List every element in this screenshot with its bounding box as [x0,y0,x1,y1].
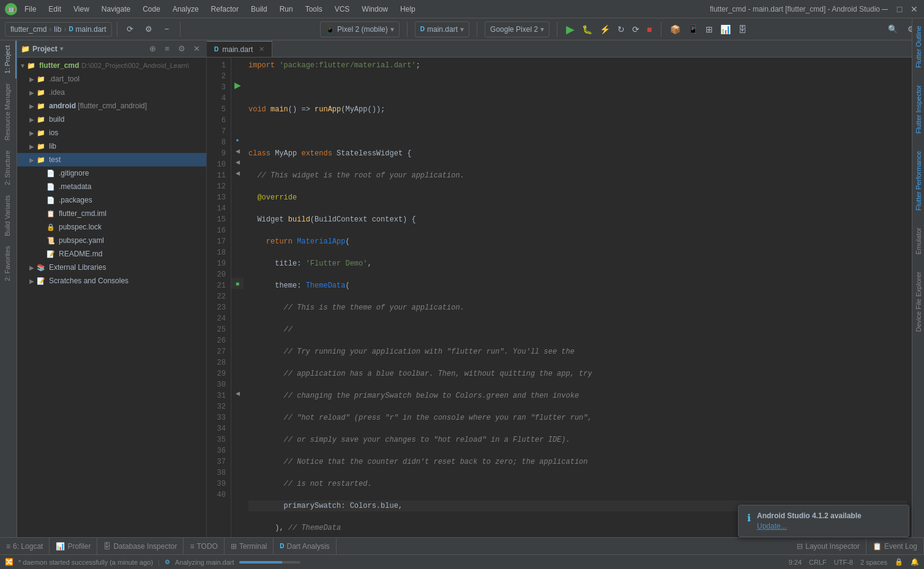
bottom-tab-layout-inspector[interactable]: ⊟ Layout Inspector [791,538,866,555]
menu-file[interactable]: File [22,4,39,15]
search-everywhere-button[interactable]: 🔍 [885,21,901,37]
layout-inspector-button[interactable]: ⊞ [706,24,713,34]
bottom-tab-terminal[interactable]: ⊞ Terminal [225,538,274,555]
tree-item-ios[interactable]: ▶ 📁 ios [17,126,206,139]
tree-item-scratches[interactable]: ▶ 📝 Scratches and Consoles [17,274,206,288]
tree-item-metadata[interactable]: 📄 .metadata [17,180,206,193]
project-breadcrumb[interactable]: flutter_cmd › lib › D main.dart [5,22,112,37]
tab-main-dart[interactable]: D main.dart ✕ [207,41,272,57]
right-tab-flutter-inspector[interactable]: Flutter Inspector [913,78,924,141]
menu-view[interactable]: View [71,4,92,15]
run-button[interactable]: ▶ [566,23,575,36]
sidebar-item-structure[interactable]: 2: Structure [0,146,17,190]
tree-item-pubspec-yaml[interactable]: 📜 pubspec.yaml [17,234,206,247]
menu-refactor[interactable]: Refactor [209,4,241,15]
analyzing-text: Analyzing main.dart [175,559,234,566]
menu-build[interactable]: Build [248,4,270,15]
menu-navigate[interactable]: Navigate [99,4,133,15]
project-close-icon[interactable]: ✕ [190,43,203,55]
bottom-tab-todo[interactable]: ≡ TODO [184,538,224,555]
bottom-tab-logcat[interactable]: ≡ 6: Logcat [0,538,50,555]
debug-button[interactable]: 🐛 [582,24,592,34]
bottom-tab-database[interactable]: 🗄 Database Inspector [97,538,184,555]
menu-analyze[interactable]: Analyze [170,4,201,15]
profiler-button[interactable]: 📊 [720,24,731,34]
menu-help[interactable]: Help [398,4,418,15]
toolbar-sep4 [477,22,477,37]
notification-update-link[interactable]: Update... [757,522,900,530]
notification-icon: ℹ [747,512,751,524]
status-bar: 🔀 * daemon started successfully (a minut… [0,554,924,569]
settings-button[interactable]: ⚙ [141,21,157,37]
maximize-button[interactable]: □ [895,4,904,14]
tab-close-icon[interactable]: ✕ [259,45,264,53]
menu-code[interactable]: Code [140,4,163,15]
database-icon: 🗄 [103,542,111,551]
menu-tools[interactable]: Tools [303,4,325,15]
right-tab-flutter-outline[interactable]: Flutter Outline [913,18,924,75]
code-content[interactable]: import 'package:flutter/material.dart'; … [244,58,912,537]
progress-bar [239,561,300,563]
code-gutter: ▶ ● ◀ ◀ ◀ ■ [231,58,244,537]
menu-run[interactable]: Run [277,4,296,15]
main-toolbar: flutter_cmd › lib › D main.dart ⟳ ⚙ − 📱 … [0,18,924,40]
analyze-icon: ⚙ [165,559,170,565]
file-selector[interactable]: D main.dart ▾ [415,21,469,37]
menu-window[interactable]: Window [359,4,390,15]
menu-bar[interactable]: File Edit View Navigate Code Analyze Ref… [22,4,710,15]
project-folder-icon: 📁 [27,62,37,70]
tree-item-packages[interactable]: 📄 .packages [17,193,206,207]
tree-item-readme[interactable]: 📝 README.md [17,247,206,261]
menu-edit[interactable]: Edit [46,4,64,15]
bottom-tab-profiler[interactable]: 📊 Profiler [50,538,97,555]
dropdown-arrow-file-icon: ▾ [460,25,464,34]
project-collapse-icon[interactable]: ≡ [161,43,173,55]
tree-item-android[interactable]: ▶ 📁 android [flutter_cmd_android] [17,99,206,113]
dart-analysis-icon: D [280,543,284,549]
right-tab-flutter-perf[interactable]: Flutter Performance [913,144,924,218]
close-button[interactable]: ✕ [909,4,919,14]
tree-item-gitignore[interactable]: 📄 .gitignore [17,166,206,180]
tree-item-test[interactable]: ▶ 📁 test [17,153,206,166]
sync-button[interactable]: ⟳ [122,21,138,37]
left-side-tabs: 1: Project Resource Manager 2: Structure… [0,40,17,537]
device-selector[interactable]: 📱 Pixel 2 (mobile) ▾ [320,21,400,37]
sidebar-item-resource[interactable]: Resource Manager [0,78,17,146]
profile-button[interactable]: ⚡ [600,24,610,34]
tree-item-idea[interactable]: ▶ 📁 .idea [17,86,206,99]
window-controls[interactable]: ─ □ ✕ [880,4,919,14]
avd-manager-button[interactable]: 📱 [688,24,698,34]
database-inspector-button[interactable]: 🗄 [738,24,747,34]
tree-item-pubspec-lock[interactable]: 🔒 pubspec.lock [17,220,206,234]
tree-item-iml[interactable]: 📋 flutter_cmd.iml [17,207,206,220]
sidebar-item-favorites[interactable]: 2: Favorites [0,241,17,286]
collapse-button[interactable]: − [159,21,175,37]
bottom-tab-event-log[interactable]: 📋 Event Log [866,538,924,555]
tree-item-root[interactable]: ▼ 📁 flutter_cmd D:\002_Project\002_Andro… [17,59,206,72]
daemon-status: * daemon started successfully (a minute … [18,559,153,566]
progress-fill [239,561,282,563]
tree-item-dart-tool[interactable]: ▶ 📁 .dart_tool [17,72,206,86]
menu-vcs[interactable]: VCS [332,4,352,15]
sidebar-item-build-variants[interactable]: Build Variants [0,190,17,241]
project-sync-icon[interactable]: ⊕ [146,43,158,55]
project-settings-icon[interactable]: ⚙ [176,43,188,55]
apply-changes-button[interactable]: ↻ [617,24,625,34]
right-tab-emulator[interactable]: Emulator [913,220,924,262]
tree-item-lib[interactable]: ▶ 📁 lib [17,139,206,153]
minimize-button[interactable]: ─ [880,4,890,14]
apply-restart-button[interactable]: ⟳ [632,24,639,34]
folder-ext-icon: 📚 [37,264,47,272]
tree-item-build[interactable]: ▶ 📁 build [17,113,206,126]
stop-button[interactable]: ■ [647,24,652,34]
sdk-manager-button[interactable]: 📦 [670,24,680,34]
breadcrumb-lib: lib [54,25,61,34]
pixel-selector[interactable]: Google Pixel 2 ▾ [485,21,550,37]
code-editor[interactable]: 12345 678910 1112131415 1617181920 21222… [207,58,912,537]
tree-item-external-libs[interactable]: ▶ 📚 External Libraries [17,261,206,274]
notification-content: Android Studio 4.1.2 available Update... [757,511,900,530]
bottom-tab-dart-analysis[interactable]: D Dart Analysis [274,538,336,555]
right-tab-device-file[interactable]: Device File Explorer [913,264,924,339]
folder-lib-icon: 📁 [37,143,47,151]
sidebar-item-project[interactable]: 1: Project [0,40,17,78]
